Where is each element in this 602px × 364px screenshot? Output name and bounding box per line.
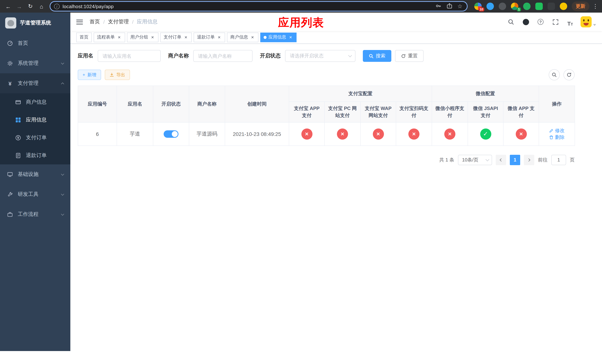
goto-unit: 页 [570,156,575,163]
column-header-actions: 操作 [539,86,575,122]
browser-reload-icon[interactable]: ↻ [25,1,35,11]
group-header-wechat: 微信配置 [432,86,539,101]
chevron-down-icon [61,213,64,216]
tab-label: 支付订单 [164,34,182,40]
page-1-button[interactable]: 1 [510,155,520,165]
fullscreen-icon[interactable] [551,17,560,26]
status-toggle[interactable] [164,130,178,138]
tab-label: 商户信息 [230,34,248,40]
plus-icon: + [83,72,85,77]
password-key-icon[interactable] [435,3,441,10]
search-icon[interactable] [506,17,515,26]
address-bar[interactable]: i localhost:1024/pay/app ☆ [50,1,468,11]
sidebar-collapse-icon[interactable] [76,20,83,24]
site-info-icon[interactable]: i [54,3,60,9]
font-size-icon[interactable]: TT [566,17,575,26]
sidebar-item-dev-tools[interactable]: 研发工具 [0,184,70,204]
breadcrumb-payment[interactable]: 支付管理 [108,19,129,25]
sidebar-item-home[interactable]: 首页 [0,33,70,53]
page-size-select[interactable]: 10条/页 [458,155,492,165]
next-page-button[interactable] [524,155,534,165]
sidebar-item-app-info[interactable]: 应用信息 [0,111,70,129]
cell-merchant: 芋道源码 [189,122,225,146]
tab-process-form[interactable]: 流程表单 × [94,32,125,42]
sidebar-item-merchant-info[interactable]: 商户信息 [0,93,70,111]
user-menu[interactable] [580,16,596,27]
breadcrumb-separator: / [103,19,105,25]
tab-refund-orders[interactable]: 退款订单 × [194,32,225,42]
extension-icon[interactable] [499,3,506,10]
help-icon[interactable]: ? [536,17,545,26]
close-icon[interactable]: × [150,35,155,40]
search-button[interactable]: 搜索 [363,50,391,62]
extension-icon[interactable] [486,3,494,10]
prev-page-button[interactable] [496,155,506,165]
toggle-search-button[interactable] [549,69,560,80]
close-icon[interactable]: × [117,35,122,40]
cell-actions: 修改 删除 [539,122,575,146]
gear-icon [7,60,13,66]
status-select[interactable]: 请选择开启状态 [285,50,355,62]
add-button[interactable]: + 新增 [78,70,101,80]
browser-back-icon[interactable]: ← [3,1,13,11]
sidebar-item-payment[interactable]: ¥ 支付管理 [0,73,70,93]
wechat-mini-status-icon: × [444,128,455,139]
url-text[interactable]: localhost:1024/pay/app [63,3,432,9]
tags-view: 首页 流程表单 × 用户分组 × 支付订单 × 退款订单 × [70,31,602,44]
caret-down-icon [593,24,596,26]
extension-icon[interactable] [548,3,555,10]
extension-icon[interactable] [523,3,531,10]
avatar[interactable] [580,16,592,27]
bookmark-star-icon[interactable]: ☆ [457,3,462,10]
tab-user-group[interactable]: 用户分组 × [127,32,159,42]
goto-page-input[interactable] [551,155,566,165]
briefcase-icon [7,212,13,217]
top-navbar: 首页 / 支付管理 / 应用信息 ? TT [70,13,602,31]
merchant-name-input[interactable] [193,50,252,62]
tab-app-info[interactable]: 应用信息 × [260,32,297,42]
navbar-actions: ? TT [506,16,596,27]
sidebar-item-pay-orders[interactable]: 支付订单 [0,129,70,147]
delete-link[interactable]: 删除 [549,134,565,140]
close-icon[interactable]: × [216,35,222,40]
tab-home[interactable]: 首页 [76,32,92,42]
sidebar-item-refund-orders[interactable]: 退款订单 [0,147,70,164]
share-icon[interactable] [446,3,452,10]
extension-icon[interactable] [560,3,567,10]
tab-merchant-info[interactable]: 商户信息 × [227,32,258,42]
reset-button[interactable]: 重置 [395,50,424,62]
wrench-icon [7,192,13,197]
extension-icon[interactable]: 1 [511,3,518,10]
extension-icon[interactable] [535,3,543,10]
tab-label: 首页 [80,34,88,40]
app-name-input[interactable] [98,50,161,62]
browser-menu-icon[interactable]: ⋮ [592,3,599,10]
tab-pay-orders[interactable]: 支付订单 × [160,32,192,42]
extension-badge: 1 [517,7,521,11]
browser-home-icon[interactable]: ⌂ [36,1,47,11]
close-icon[interactable]: × [250,35,255,40]
column-header: 应用名 [117,86,153,122]
sidebar-item-label: 工作流程 [18,211,57,218]
chrome-update-button[interactable]: 更新 [572,1,589,11]
export-button[interactable]: 导出 [105,70,130,80]
refresh-button[interactable] [563,69,575,80]
main-area: 首页 / 支付管理 / 应用信息 ? TT [70,13,602,351]
cell-status [153,122,189,146]
sidebar-item-infrastructure[interactable]: 基础设施 [0,164,70,184]
edit-link[interactable]: 修改 [549,127,565,134]
sidebar-item-system[interactable]: 系统管理 [0,53,70,73]
breadcrumb: 首页 / 支付管理 / 应用信息 [90,19,158,25]
github-icon[interactable] [521,17,530,26]
column-header: 微信 JSAPI 支付 [468,101,503,122]
sidebar-item-workflow[interactable]: 工作流程 [0,204,70,225]
breadcrumb-home[interactable]: 首页 [90,19,100,25]
breadcrumb-current: 应用信息 [137,19,158,25]
alipay-wap-status-icon: × [373,128,384,139]
browser-forward-icon[interactable]: → [14,1,24,11]
close-icon[interactable]: × [288,35,293,40]
sidebar-item-label: 应用信息 [26,117,47,123]
sidebar-item-label: 退款订单 [26,152,47,159]
close-icon[interactable]: × [183,35,188,40]
extension-icon[interactable]: 10 [474,3,482,10]
